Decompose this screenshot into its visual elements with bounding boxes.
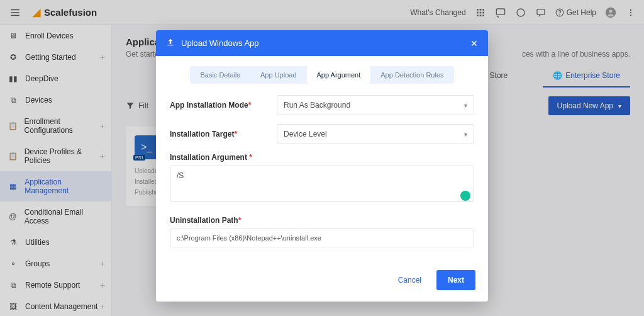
modal-footer: Cancel Next bbox=[156, 262, 488, 302]
modal-title: Upload Windows App bbox=[181, 38, 259, 48]
tab-app-detection-rules[interactable]: App Detection Rules bbox=[370, 66, 453, 84]
upload-icon bbox=[166, 38, 175, 48]
svg-rect-22 bbox=[167, 45, 173, 45]
next-button[interactable]: Next bbox=[436, 270, 475, 290]
install-mode-label: App Installation Mode* bbox=[170, 101, 277, 110]
install-target-select[interactable]: Device Level ▾ bbox=[277, 124, 474, 144]
tab-app-upload[interactable]: App Upload bbox=[250, 66, 307, 84]
install-argument-label: Installation Argument * bbox=[170, 153, 277, 162]
uninstall-path-input[interactable] bbox=[170, 229, 474, 247]
uninstall-path-label: Uninstallation Path* bbox=[170, 216, 277, 225]
tab-app-argument[interactable]: App Argument bbox=[307, 66, 371, 84]
modal-overlay: Upload Windows App ✕ Basic Details App U… bbox=[0, 0, 644, 316]
install-mode-select[interactable]: Run As Background ▾ bbox=[277, 95, 474, 115]
modal-header: Upload Windows App ✕ bbox=[156, 30, 488, 56]
cancel-button[interactable]: Cancel bbox=[391, 271, 429, 290]
grammarly-icon[interactable] bbox=[460, 191, 470, 201]
modal-body: App Installation Mode* Run As Background… bbox=[156, 84, 488, 262]
modal-tabs: Basic Details App Upload App Argument Ap… bbox=[190, 66, 453, 84]
tab-basic-details[interactable]: Basic Details bbox=[190, 66, 250, 84]
chevron-down-icon: ▾ bbox=[464, 102, 467, 109]
upload-windows-app-modal: Upload Windows App ✕ Basic Details App U… bbox=[156, 30, 488, 302]
install-target-label: Installation Target* bbox=[170, 130, 277, 138]
chevron-down-icon: ▾ bbox=[464, 131, 467, 138]
install-argument-textarea[interactable] bbox=[170, 166, 474, 202]
close-icon[interactable]: ✕ bbox=[470, 38, 478, 48]
